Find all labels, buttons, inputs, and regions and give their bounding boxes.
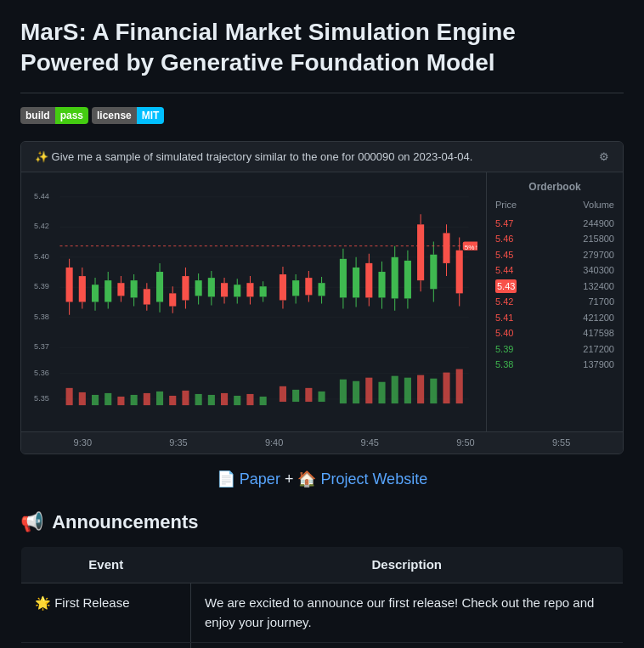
orderbook-area: Orderbook Price Volume 5.472449005.46215… <box>487 172 623 431</box>
svg-rect-102 <box>365 263 372 298</box>
license-badge-left: license <box>92 107 137 124</box>
svg-rect-114 <box>417 225 424 281</box>
orderbook-row: 5.39217200 <box>494 341 616 358</box>
announcement-emoji: 📢 <box>20 511 43 532</box>
svg-rect-25 <box>105 280 111 301</box>
svg-rect-96 <box>340 259 347 298</box>
desc-first-release: We are excited to announce our first rel… <box>191 583 624 643</box>
svg-rect-73 <box>182 391 189 405</box>
svg-rect-75 <box>208 395 215 405</box>
svg-rect-128 <box>365 378 372 403</box>
chart-header-icon: ⚙ <box>599 149 609 166</box>
col-description: Description <box>191 546 624 583</box>
paper-link[interactable]: Paper <box>240 471 280 487</box>
table-row: 🌐 Join Our Community Connect with us on … <box>21 643 624 648</box>
svg-rect-31 <box>131 280 138 297</box>
svg-rect-28 <box>117 283 124 296</box>
orderbook-price: 5.42 <box>495 295 513 309</box>
orderbook-price: 5.45 <box>495 248 513 262</box>
orderbook-row: 5.40417598 <box>494 325 616 341</box>
event-community: 🌐 Join Our Community <box>21 643 191 648</box>
event-first-release: 🌟 First Release <box>21 583 191 643</box>
svg-rect-108 <box>392 257 398 299</box>
chart-header: ✨ Give me a sample of simulated trajecto… <box>21 142 623 173</box>
svg-rect-74 <box>195 394 202 405</box>
svg-rect-61 <box>260 287 267 297</box>
svg-rect-52 <box>221 283 228 296</box>
svg-rect-72 <box>169 396 176 405</box>
svg-rect-117 <box>430 255 437 290</box>
svg-rect-78 <box>246 394 253 405</box>
svg-text:5.38: 5.38 <box>34 313 49 321</box>
svg-rect-134 <box>443 373 449 403</box>
svg-rect-77 <box>234 396 240 405</box>
svg-text:5%↑: 5%↑ <box>465 244 477 251</box>
svg-rect-95 <box>319 392 325 402</box>
orderbook-volume: 137900 <box>583 358 614 372</box>
build-badge-right: pass <box>55 107 88 124</box>
svg-rect-49 <box>208 278 215 296</box>
orderbook-volume: 417598 <box>583 326 614 341</box>
link-separator: + <box>285 471 298 487</box>
svg-text:5.40: 5.40 <box>34 252 49 261</box>
svg-rect-40 <box>169 294 176 307</box>
svg-rect-93 <box>292 390 299 402</box>
svg-rect-80 <box>280 274 286 300</box>
svg-rect-46 <box>195 280 202 296</box>
orderbook-volume: 244900 <box>583 217 614 231</box>
chart-container: ✨ Give me a sample of simulated trajecto… <box>20 141 624 454</box>
svg-text:5.44: 5.44 <box>34 192 49 200</box>
svg-rect-83 <box>292 280 299 296</box>
orderbook-volume: 421200 <box>583 311 614 325</box>
desc-community: Connect with us on 💬 WeChat Group and 👾 … <box>191 643 624 648</box>
orderbook-row: 5.46215800 <box>494 231 616 247</box>
svg-rect-94 <box>305 388 312 402</box>
svg-rect-133 <box>430 379 437 403</box>
orderbook-row: 5.44340300 <box>494 262 616 279</box>
candlestick-area: 5.44 5.42 5.40 5.39 5.38 5.37 5.36 5.35 <box>21 172 487 431</box>
orderbook-row: 5.45279700 <box>494 247 616 263</box>
title-divider <box>20 93 624 93</box>
svg-rect-130 <box>392 376 398 403</box>
svg-rect-135 <box>456 369 463 404</box>
website-link[interactable]: Project Website <box>320 471 427 487</box>
svg-rect-65 <box>79 392 86 405</box>
svg-rect-127 <box>353 381 359 403</box>
svg-text:5.35: 5.35 <box>34 394 49 403</box>
svg-rect-132 <box>417 375 424 403</box>
svg-rect-68 <box>117 397 124 405</box>
orderbook-volume: 279700 <box>583 248 614 262</box>
svg-text:5.37: 5.37 <box>34 343 49 352</box>
announcements-table: Event Description 🌟 First Release We are… <box>20 546 624 648</box>
license-badge-right: MIT <box>137 107 165 124</box>
paper-emoji: 📄 <box>217 471 235 487</box>
orderbook-price: 5.40 <box>495 326 513 341</box>
orderbook-price: 5.38 <box>495 358 513 372</box>
chart-header-text: ✨ Give me a sample of simulated trajecto… <box>35 149 472 166</box>
build-badge-left: build <box>20 107 55 124</box>
svg-rect-129 <box>378 382 385 403</box>
orderbook-price: 5.46 <box>495 232 513 246</box>
svg-rect-120 <box>443 234 449 263</box>
star-emoji: 🌟 <box>35 595 51 610</box>
svg-rect-89 <box>319 283 325 296</box>
candlestick-svg: 5.44 5.42 5.40 5.39 5.38 5.37 5.36 5.35 <box>30 181 477 423</box>
chart-footer: 9:30 9:35 9:40 9:45 9:50 9:55 <box>21 431 623 454</box>
build-badge: build pass <box>20 107 88 124</box>
svg-text:5.42: 5.42 <box>34 223 49 231</box>
svg-text:5.39: 5.39 <box>34 283 49 291</box>
svg-rect-123 <box>456 251 463 294</box>
orderbook-price: 5.47 <box>495 217 513 231</box>
svg-rect-86 <box>305 278 312 295</box>
svg-rect-126 <box>340 380 347 403</box>
links-row: 📄 Paper + 🏠 Project Website <box>20 468 624 491</box>
svg-rect-64 <box>66 388 73 405</box>
svg-text:5.36: 5.36 <box>34 369 49 377</box>
orderbook-row: 5.4271700 <box>494 294 616 310</box>
page-title: MarS: A Financial Market Simulation Engi… <box>20 17 624 79</box>
svg-rect-105 <box>378 272 385 297</box>
table-row: 🌟 First Release We are excited to announ… <box>21 583 624 643</box>
svg-rect-22 <box>92 285 99 302</box>
orderbook-price: 5.39 <box>495 342 513 357</box>
svg-rect-43 <box>182 276 189 300</box>
